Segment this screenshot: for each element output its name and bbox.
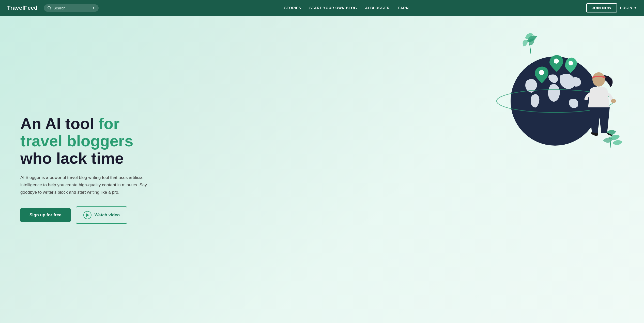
watch-video-label: Watch video xyxy=(95,213,120,218)
login-label: LOGIN xyxy=(620,6,632,10)
nav-link-ai-blogger[interactable]: AI BLOGGER xyxy=(365,6,390,10)
hero-section: An AI tool for travel bloggers who lack … xyxy=(0,16,644,323)
svg-point-4 xyxy=(554,59,559,64)
search-input[interactable] xyxy=(53,6,89,10)
nav-link-stories[interactable]: STORIES xyxy=(284,6,301,10)
join-now-button[interactable]: JOIN NOW xyxy=(586,3,617,12)
hero-description: AI Blogger is a powerful travel blog wri… xyxy=(20,174,152,196)
watch-video-button[interactable]: Watch video xyxy=(76,206,128,224)
hero-svg xyxy=(481,26,634,174)
play-circle-icon xyxy=(83,211,91,219)
signup-button[interactable]: Sign up for free xyxy=(20,208,71,222)
nav-link-start-blog[interactable]: START YOUR OWN BLOG xyxy=(309,6,357,10)
login-chevron-icon: ▼ xyxy=(634,6,637,9)
search-icon xyxy=(47,6,51,10)
svg-point-7 xyxy=(592,72,605,87)
hero-buttons: Sign up for free Watch video xyxy=(20,206,152,224)
svg-line-1 xyxy=(50,9,51,9)
nav-link-earn[interactable]: EARN xyxy=(398,6,409,10)
leaves-top xyxy=(523,33,538,54)
svg-point-5 xyxy=(569,61,573,65)
hero-content: An AI tool for travel bloggers who lack … xyxy=(20,115,152,224)
nav-links: STORIES START YOUR OWN BLOG AI BLOGGER E… xyxy=(276,6,409,10)
hero-title-line2: travel bloggers xyxy=(20,132,133,150)
brand-logo[interactable]: TravelFeed xyxy=(7,5,38,11)
hero-title-line1: An AI tool for xyxy=(20,115,119,132)
search-box[interactable]: ▼ xyxy=(44,4,99,12)
hero-title-for: for xyxy=(99,115,120,132)
nav-right: JOIN NOW LOGIN ▼ xyxy=(586,3,637,12)
login-button[interactable]: LOGIN ▼ xyxy=(620,6,637,10)
hero-illustration xyxy=(481,26,634,174)
play-triangle-icon xyxy=(86,213,89,217)
svg-point-8 xyxy=(611,99,616,103)
search-chevron-icon: ▼ xyxy=(92,6,95,10)
navbar: TravelFeed ▼ STORIES START YOUR OWN BLOG… xyxy=(0,0,644,16)
svg-point-0 xyxy=(48,6,51,9)
hero-title: An AI tool for travel bloggers who lack … xyxy=(20,115,152,167)
svg-point-3 xyxy=(539,70,544,75)
svg-line-2 xyxy=(530,44,531,54)
hero-title-line3: who lack time xyxy=(20,149,124,167)
